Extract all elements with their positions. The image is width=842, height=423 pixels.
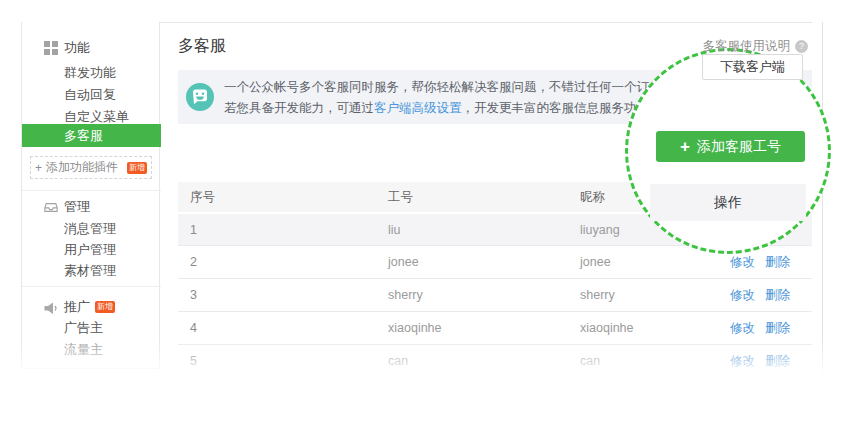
cell-index: 5	[190, 345, 197, 378]
sidebar-item-mass-send[interactable]: 群发功能	[64, 65, 116, 81]
sidebar-divider	[22, 286, 161, 287]
new-badge: 新增	[127, 162, 147, 174]
sidebar-item-custom-menu[interactable]: 自定义菜单	[64, 109, 129, 125]
cell-account: jonee	[388, 246, 419, 279]
multi-customer-service-page: 功能 群发功能 自动回复 自定义菜单 多客服 + 添加功能插件 新增 管理 消息…	[0, 0, 842, 423]
edit-link[interactable]: 修改	[730, 321, 755, 335]
sidebar-item-user-manage[interactable]: 用户管理	[64, 242, 116, 258]
cell-nickname: jonee	[580, 246, 611, 279]
plus-icon: +	[680, 138, 690, 155]
help-label: 多客服使用说明	[703, 38, 791, 55]
row-actions: 修改删除	[720, 279, 790, 312]
cell-index: 1	[190, 214, 197, 246]
sidebar-item-message-manage[interactable]: 消息管理	[64, 221, 116, 237]
delete-link[interactable]: 删除	[765, 255, 790, 269]
row-actions: 修改删除	[720, 345, 790, 378]
notice-line2: 若您具备开发能力，可通过客户端高级设置，开发更丰富的客服信息服务功能；	[224, 98, 674, 119]
cell-index: 4	[190, 312, 197, 345]
usage-help-link[interactable]: 多客服使用说明 ?	[703, 38, 809, 55]
sidebar: 功能 群发功能 自动回复 自定义菜单 多客服 + 添加功能插件 新增 管理 消息…	[21, 22, 160, 369]
chat-smiley-icon	[186, 83, 214, 111]
notice-line1: 一个公众帐号多个客服同时服务，帮你轻松解决客服问题，不错过任何一个订单；	[224, 77, 674, 98]
add-agent-button[interactable]: + 添加客服工号	[656, 131, 805, 162]
new-badge: 新增	[95, 301, 115, 313]
sidebar-section-function[interactable]: 功能	[64, 40, 90, 56]
megaphone-icon	[44, 301, 58, 315]
promo-label: 推广	[64, 299, 90, 314]
cell-account: sherry	[388, 279, 423, 312]
right-panel-border	[822, 22, 823, 378]
table-row: 4 xiaoqinhe xiaoqinhe 修改删除	[178, 312, 812, 345]
sidebar-item-material-manage[interactable]: 素材管理	[64, 263, 116, 279]
edit-link[interactable]: 修改	[730, 255, 755, 269]
download-client-button[interactable]: 下载客户端	[702, 54, 803, 80]
notice-text: 一个公众帐号多个客服同时服务，帮你轻松解决客服问题，不错过任何一个订单； 若您具…	[224, 77, 674, 118]
edit-link[interactable]: 修改	[730, 288, 755, 302]
page-title: 多客服	[178, 36, 226, 57]
add-plugin-label: 添加功能插件	[46, 159, 118, 176]
cell-index: 2	[190, 246, 197, 279]
edit-link[interactable]: 修改	[730, 354, 755, 368]
sidebar-item-advertiser[interactable]: 广告主	[64, 320, 103, 336]
cell-nickname: liuyang	[580, 214, 620, 246]
grid-icon	[44, 41, 58, 55]
table-row: 3 sherry sherry 修改删除	[178, 279, 812, 312]
sidebar-item-multi-cs-active[interactable]: 多客服	[22, 124, 161, 147]
header-index: 序号	[190, 182, 215, 212]
cell-account: liu	[388, 214, 401, 246]
sidebar-item-traffic-owner[interactable]: 流量主	[64, 342, 103, 358]
sidebar-item-auto-reply[interactable]: 自动回复	[64, 87, 116, 103]
row-actions: 修改删除	[720, 312, 790, 345]
cell-nickname: sherry	[580, 279, 615, 312]
question-icon: ?	[795, 40, 808, 53]
add-plugin-button[interactable]: + 添加功能插件 新增	[30, 156, 152, 179]
sidebar-section-promo[interactable]: 推广新增	[64, 299, 115, 315]
add-agent-label: 添加客服工号	[697, 138, 781, 156]
cell-account: xiaoqinhe	[388, 312, 442, 345]
table-row: 5 can can 修改删除	[178, 345, 812, 378]
header-nickname: 昵称	[580, 182, 605, 212]
advanced-settings-link[interactable]: 客户端高级设置	[374, 101, 462, 115]
delete-link[interactable]: 删除	[765, 288, 790, 302]
cell-nickname: can	[580, 345, 600, 378]
sidebar-section-manage[interactable]: 管理	[64, 199, 90, 215]
cell-nickname: xiaoqinhe	[580, 312, 634, 345]
cell-index: 3	[190, 279, 197, 312]
cell-account: can	[388, 345, 408, 378]
plus-icon: +	[35, 161, 42, 175]
operation-header-highlight: 操作	[650, 184, 806, 221]
sidebar-divider	[22, 190, 161, 191]
delete-link[interactable]: 删除	[765, 354, 790, 368]
header-account: 工号	[388, 182, 413, 212]
delete-link[interactable]: 删除	[765, 321, 790, 335]
inbox-icon	[44, 200, 58, 214]
